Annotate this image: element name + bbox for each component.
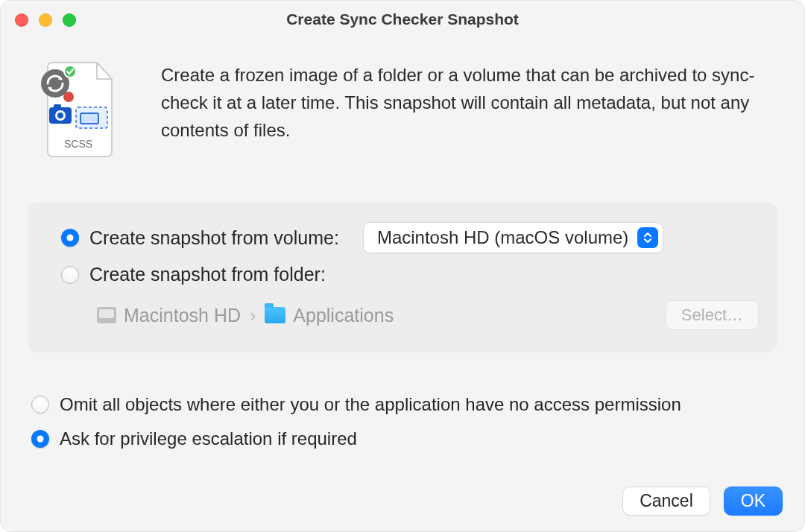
radio-row-folder[interactable]: Create snapshot from folder: (61, 264, 759, 285)
radio-ask-escalation[interactable] (31, 430, 49, 448)
radio-row-volume[interactable]: Create snapshot from volume: Macintosh H… (61, 222, 759, 253)
radio-from-volume[interactable] (61, 229, 79, 247)
folder-path-row: Macintosh HD › Applications Select… (61, 300, 759, 330)
window-title: Create Sync Checker Snapshot (0, 10, 805, 28)
label-ask-escalation: Ask for privilege escalation if required (60, 428, 357, 449)
breadcrumb-item: Applications (293, 305, 394, 326)
label-from-volume: Create snapshot from volume: (89, 227, 339, 249)
radio-row-escalation[interactable]: Ask for privilege escalation if required (31, 428, 774, 449)
svg-point-2 (63, 92, 74, 102)
radio-omit-no-access[interactable] (31, 396, 49, 414)
label-omit-no-access: Omit all objects where either you or the… (60, 394, 681, 415)
intro-section: SCSS Create a frozen image of a folder o… (28, 61, 777, 162)
zoom-window-button[interactable] (63, 13, 76, 27)
volume-select-value: Macintosh HD (macOS volume) (377, 227, 628, 248)
updown-chevron-icon (637, 227, 658, 248)
scss-badge-text: SCSS (64, 138, 92, 150)
close-window-button[interactable] (15, 13, 28, 27)
ok-button[interactable]: OK (724, 487, 783, 516)
scss-document-icon: SCSS (37, 61, 119, 162)
intro-text: Create a frozen image of a folder or a v… (161, 61, 777, 145)
footer-buttons: Cancel OK (622, 487, 783, 516)
titlebar: Create Sync Checker Snapshot (0, 0, 805, 39)
source-option-box: Create snapshot from volume: Macintosh H… (28, 203, 777, 352)
options-checks: Omit all objects where either you or the… (28, 394, 777, 449)
folder-icon (265, 307, 285, 323)
traffic-lights (15, 13, 76, 27)
svg-rect-8 (80, 113, 98, 124)
volume-select[interactable]: Macintosh HD (macOS volume) (363, 222, 663, 253)
svg-rect-4 (54, 104, 61, 109)
svg-point-1 (64, 66, 76, 77)
label-from-folder: Create snapshot from folder: (89, 264, 326, 285)
svg-point-6 (57, 113, 63, 118)
harddrive-icon (97, 307, 116, 323)
select-folder-button[interactable]: Select… (666, 300, 759, 330)
breadcrumb-root: Macintosh HD (124, 305, 241, 326)
window: Create Sync Checker Snapshot (0, 0, 805, 532)
breadcrumb-separator: › (248, 305, 257, 326)
cancel-button[interactable]: Cancel (622, 487, 710, 516)
radio-from-folder[interactable] (61, 266, 79, 284)
minimize-window-button[interactable] (39, 13, 52, 27)
radio-row-omit[interactable]: Omit all objects where either you or the… (31, 394, 774, 415)
folder-breadcrumb: Macintosh HD › Applications (97, 305, 394, 326)
